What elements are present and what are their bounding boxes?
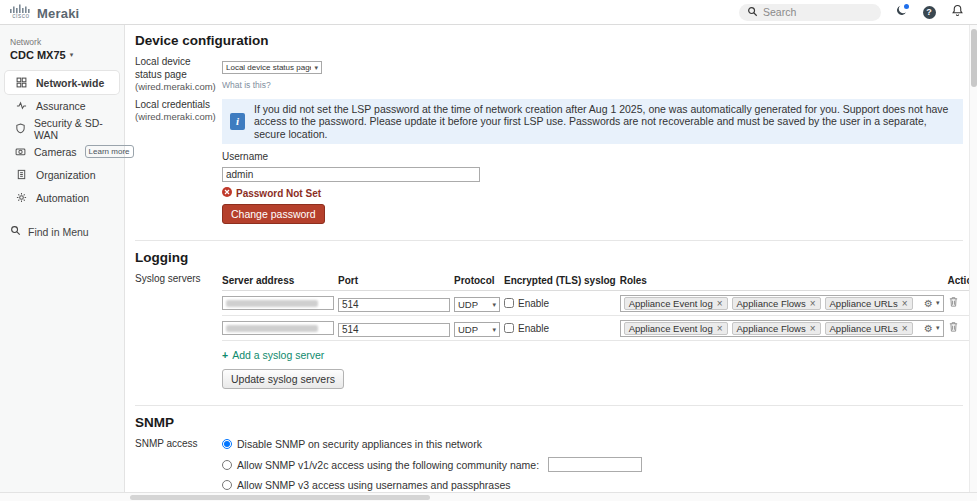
horizontal-scrollbar (0, 492, 977, 501)
dark-mode-toggle[interactable] (893, 4, 909, 20)
cisco-wordmark: cisco (12, 13, 29, 20)
what-is-this-link[interactable]: What is this? (222, 80, 271, 90)
chevron-down-icon: ▾ (492, 326, 496, 334)
change-password-button[interactable]: Change password (222, 204, 325, 224)
redacted-value (226, 300, 318, 307)
chevron-down-icon: ▾ (936, 299, 940, 307)
shield-icon (15, 123, 26, 134)
role-tag[interactable]: Appliance Flows× (732, 297, 821, 310)
username-label: Username (222, 151, 963, 162)
notification-dot (904, 4, 909, 9)
pulse-icon (15, 100, 28, 111)
notifications-button[interactable] (949, 4, 965, 20)
search-icon (10, 225, 21, 238)
global-search[interactable] (739, 4, 881, 21)
sidebar-item-label: Network-wide (36, 77, 104, 89)
remove-icon[interactable]: × (717, 323, 723, 334)
lsp-password-banner: i If you did not set the LSP password at… (222, 99, 963, 145)
protocol-select[interactable]: UDP ▾ (454, 297, 500, 312)
info-icon: i (230, 113, 245, 130)
snmp-access-label: SNMP access (135, 438, 222, 492)
tls-enable-checkbox[interactable]: Enable (504, 323, 616, 334)
gear-icon[interactable]: ⚙ (924, 323, 933, 334)
username-input[interactable] (222, 167, 480, 182)
sidebar-item-automation[interactable]: Automation (5, 186, 119, 209)
banner-text: If you did not set the LSP password at t… (254, 103, 955, 141)
network-picker-label: Network (10, 37, 114, 47)
update-syslog-servers-button[interactable]: Update syslog servers (222, 369, 344, 389)
role-tag[interactable]: Appliance URLs× (825, 322, 913, 335)
syslog-table: Server address Port Protocol Encrypted (… (222, 273, 977, 341)
snmp-disable-option[interactable]: Disable SNMP on security appliances in t… (222, 438, 963, 450)
tls-enable-checkbox[interactable]: Enable (504, 298, 616, 309)
lsp-label: Local device status page (wired.meraki.c… (135, 56, 222, 93)
logging-section: Logging Syslog servers Server address Po… (135, 240, 963, 405)
remove-icon[interactable]: × (902, 298, 908, 309)
syslog-servers-label: Syslog servers (135, 273, 222, 389)
horizontal-scrollbar-thumb[interactable] (130, 495, 430, 500)
network-picker[interactable]: Network CDC MX75 ▾ (0, 37, 124, 71)
snmp-v3-radio[interactable] (222, 480, 232, 490)
building-icon (15, 169, 28, 180)
device-configuration-section: Device configuration Local device status… (135, 33, 963, 240)
gear-icon[interactable]: ⚙ (924, 298, 933, 309)
vertical-scrollbar-thumb[interactable] (971, 29, 977, 87)
port-input[interactable] (338, 323, 450, 337)
sidebar-item-network-wide[interactable]: Network-wide (5, 71, 119, 94)
role-tag[interactable]: Appliance Event log× (624, 297, 728, 310)
device-configuration-title: Device configuration (135, 33, 963, 48)
sidebar-item-cameras[interactable]: Cameras Learn more (5, 140, 119, 163)
vertical-scrollbar (969, 25, 977, 492)
column-header: Roles (620, 273, 948, 291)
remove-icon[interactable]: × (810, 298, 816, 309)
chevron-down-icon: ▾ (492, 301, 496, 309)
sidebar-item-assurance[interactable]: Assurance (5, 94, 119, 117)
bell-icon (951, 3, 964, 21)
protocol-select[interactable]: UDP ▾ (454, 322, 500, 337)
port-input[interactable] (338, 298, 450, 312)
column-header: Server address (222, 273, 338, 291)
snmp-v1v2c-radio[interactable] (222, 460, 232, 470)
find-in-menu[interactable]: Find in Menu (0, 225, 124, 238)
remove-icon[interactable]: × (810, 323, 816, 334)
role-tag[interactable]: Appliance URLs× (825, 297, 913, 310)
logging-title: Logging (135, 250, 963, 265)
server-address-input[interactable] (222, 296, 334, 310)
sidebar-item-label: Automation (36, 192, 89, 204)
snmp-v1v2c-option[interactable]: Allow SNMP v1/v2c access using the follo… (222, 457, 963, 472)
column-header: Protocol (454, 273, 504, 291)
snmp-v3-option[interactable]: Allow SNMP v3 access using usernames and… (222, 479, 963, 491)
delete-row-button[interactable] (948, 321, 959, 333)
lsp-status-select[interactable]: Local device status page enabled ▾ (222, 61, 322, 74)
snmp-title: SNMP (135, 415, 963, 430)
remove-icon[interactable]: × (902, 323, 908, 334)
roles-multiselect[interactable]: Appliance Event log× Appliance Flows× Ap… (620, 295, 944, 312)
search-icon (747, 3, 758, 21)
cisco-logo-icon: cisco (10, 4, 32, 20)
roles-multiselect[interactable]: Appliance Event log× Appliance Flows× Ap… (620, 320, 944, 337)
network-name: CDC MX75 (10, 49, 66, 61)
meraki-dashboard: cisco Meraki ? (0, 0, 977, 501)
tls-checkbox[interactable] (504, 323, 514, 333)
main-content: Device configuration Local device status… (125, 25, 977, 492)
meraki-logo[interactable]: cisco Meraki (10, 4, 79, 20)
server-address-input[interactable] (222, 321, 334, 335)
add-syslog-server-link[interactable]: + Add a syslog server (222, 349, 324, 361)
community-name-input[interactable] (548, 457, 642, 472)
sidebar-item-organization[interactable]: Organization (5, 163, 119, 186)
syslog-row: UDP ▾ Enable (222, 291, 977, 316)
sidebar-item-label: Organization (36, 169, 96, 181)
search-input[interactable] (763, 6, 863, 18)
sidebar-item-security-sd-wan[interactable]: Security & SD-WAN (5, 117, 119, 140)
role-tag[interactable]: Appliance Event log× (624, 322, 728, 335)
delete-row-button[interactable] (948, 296, 959, 308)
sidebar-item-label: Security & SD-WAN (34, 117, 109, 141)
redacted-value (226, 325, 318, 332)
snmp-disable-radio[interactable] (222, 439, 232, 449)
remove-icon[interactable]: × (717, 298, 723, 309)
topbar: cisco Meraki ? (0, 0, 977, 25)
password-status: Password Not Set (222, 187, 963, 199)
help-button[interactable]: ? (921, 4, 937, 20)
role-tag[interactable]: Appliance Flows× (732, 322, 821, 335)
tls-checkbox[interactable] (504, 298, 514, 308)
